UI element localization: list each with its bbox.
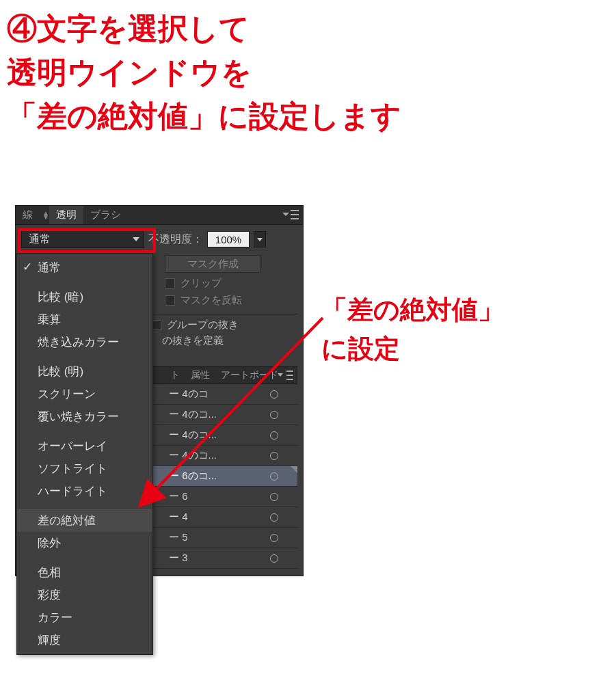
blend-row: 通常 不透明度： 100% bbox=[16, 225, 303, 252]
tab-stroke[interactable]: 線 bbox=[16, 206, 40, 224]
blend-mode-option[interactable]: 比較 (明) bbox=[17, 360, 152, 383]
blend-mode-select[interactable]: 通常 bbox=[21, 230, 144, 248]
target-icon[interactable] bbox=[270, 493, 278, 501]
updown-icon[interactable]: ▲▼ bbox=[42, 211, 49, 219]
instruction-line-2: 透明ウインドウを bbox=[7, 51, 401, 94]
blend-mode-option[interactable]: 差の絶対値 bbox=[17, 509, 152, 532]
layer-label: ー 3 bbox=[169, 552, 188, 565]
opacity-input[interactable]: 100% bbox=[207, 231, 250, 247]
side-note-line-1: 「差の絶対値」 bbox=[321, 291, 504, 329]
blend-mode-option[interactable]: 輝度 bbox=[17, 629, 152, 651]
knockout-group-row[interactable]: グループの抜き bbox=[151, 319, 297, 332]
instruction-line-3: 「差の絶対値」に設定します bbox=[7, 94, 401, 138]
layer-label: ー 4のコ... bbox=[169, 408, 217, 421]
checkbox-icon bbox=[165, 278, 175, 288]
dropdown-separator bbox=[17, 353, 152, 360]
define-knockout-row[interactable]: の抜きを定義 bbox=[162, 334, 297, 347]
invert-mask-label: マスクを反転 bbox=[180, 294, 242, 307]
blend-mode-option[interactable]: 色相 bbox=[17, 561, 152, 584]
blend-mode-option[interactable]: 覆い焼きカラー bbox=[17, 405, 152, 428]
clip-checkbox-row[interactable]: クリップ bbox=[165, 277, 297, 290]
panel2-menu-icon[interactable] bbox=[281, 371, 293, 380]
panel-menu-icon[interactable] bbox=[286, 210, 299, 219]
blend-mode-dropdown: 通常比較 (暗)乗算焼き込みカラー比較 (明)スクリーン覆い焼きカラーオーバーレ… bbox=[16, 253, 153, 655]
blend-mode-option[interactable]: 焼き込みカラー bbox=[17, 331, 152, 353]
dropdown-separator bbox=[17, 428, 152, 435]
define-knockout-label: の抜きを定義 bbox=[162, 334, 224, 347]
instruction-text: ④文字を選択して 透明ウインドウを 「差の絶対値」に設定します bbox=[7, 7, 401, 137]
blend-mode-option[interactable]: オーバーレイ bbox=[17, 435, 152, 457]
layer-label: ー 4のコ bbox=[169, 388, 209, 401]
chevron-down-icon bbox=[133, 237, 139, 241]
target-icon[interactable] bbox=[270, 554, 278, 563]
blend-mode-option[interactable]: 除外 bbox=[17, 532, 152, 554]
layer-label: ー 6 bbox=[169, 490, 188, 503]
tab-cut[interactable]: ト bbox=[165, 367, 185, 383]
knockout-group-label: グループの抜き bbox=[167, 319, 239, 332]
layer-label: ー 5 bbox=[169, 531, 188, 544]
target-icon[interactable] bbox=[270, 513, 278, 522]
instruction-line-1: ④文字を選択して bbox=[7, 7, 401, 51]
target-icon[interactable] bbox=[270, 534, 278, 542]
invert-mask-checkbox-row[interactable]: マスクを反転 bbox=[165, 294, 297, 307]
panel-tabs: 線 ▲▼ 透明 ブラシ bbox=[16, 206, 303, 225]
target-icon[interactable] bbox=[270, 472, 278, 481]
chevron-down-icon bbox=[257, 238, 263, 241]
layer-label: ー 6のコ... bbox=[169, 470, 217, 483]
tab-brush[interactable]: ブラシ bbox=[83, 206, 128, 224]
opacity-label: 不透明度： bbox=[148, 232, 203, 247]
tab-transparency[interactable]: 透明 bbox=[49, 206, 83, 224]
blend-mode-option[interactable]: ハードライト bbox=[17, 480, 152, 502]
blend-mode-option[interactable]: 比較 (暗) bbox=[17, 286, 152, 308]
selection-corner-icon bbox=[291, 466, 297, 473]
make-mask-button[interactable]: マスク作成 bbox=[165, 255, 260, 273]
blend-mode-option[interactable]: スクリーン bbox=[17, 383, 152, 405]
blend-mode-option[interactable]: 乗算 bbox=[17, 308, 152, 331]
side-note-line-2: に設定 bbox=[321, 329, 504, 368]
dropdown-separator bbox=[17, 279, 152, 286]
layer-label: ー 4のコ... bbox=[169, 429, 217, 442]
dropdown-separator bbox=[17, 502, 152, 509]
blend-mode-option[interactable]: ソフトライト bbox=[17, 457, 152, 480]
target-icon[interactable] bbox=[270, 452, 278, 460]
target-icon[interactable] bbox=[270, 390, 278, 399]
target-icon[interactable] bbox=[270, 411, 278, 419]
blend-mode-option[interactable]: 彩度 bbox=[17, 584, 152, 606]
target-icon[interactable] bbox=[270, 431, 278, 440]
layer-label: ー 4のコ... bbox=[169, 449, 217, 462]
checkbox-icon bbox=[165, 295, 175, 306]
opacity-stepper[interactable] bbox=[254, 231, 266, 247]
layer-label: ー 4 bbox=[169, 511, 188, 524]
blend-mode-option[interactable]: 通常 bbox=[17, 256, 152, 279]
dropdown-separator bbox=[17, 554, 152, 561]
blend-mode-value: 通常 bbox=[29, 232, 51, 247]
blend-mode-option[interactable]: カラー bbox=[17, 606, 152, 629]
side-note-text: 「差の絶対値」 に設定 bbox=[321, 291, 504, 368]
tab-artboard[interactable]: アートボード bbox=[215, 367, 284, 383]
clip-label: クリップ bbox=[180, 277, 222, 290]
tab-attributes[interactable]: 属性 bbox=[185, 367, 215, 383]
